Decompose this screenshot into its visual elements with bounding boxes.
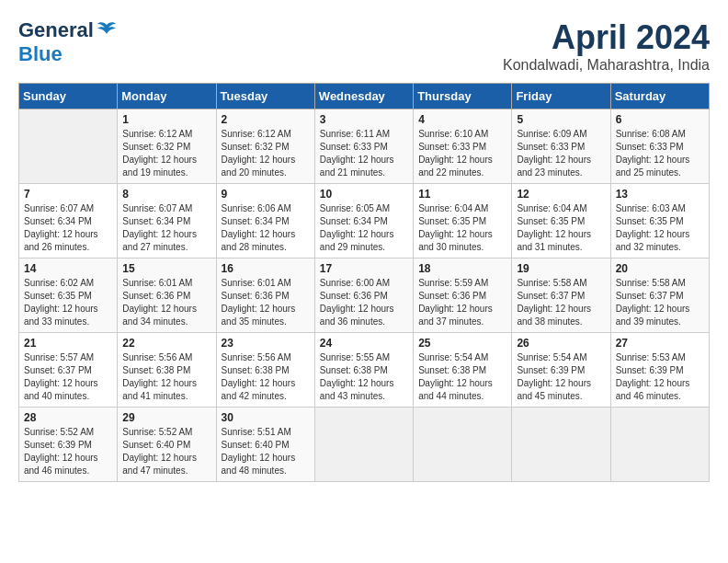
day-number: 17 bbox=[320, 262, 408, 275]
cell-info: Sunrise: 6:12 AMSunset: 6:32 PMDaylight:… bbox=[222, 128, 310, 179]
cell-info: Sunrise: 6:01 AMSunset: 6:36 PMDaylight:… bbox=[122, 277, 210, 328]
day-number: 30 bbox=[222, 411, 310, 424]
cell-info: Sunrise: 6:07 AMSunset: 6:34 PMDaylight:… bbox=[24, 202, 112, 254]
calendar-week-row: 7Sunrise: 6:07 AMSunset: 6:34 PMDaylight… bbox=[19, 184, 710, 259]
day-number: 18 bbox=[418, 262, 506, 275]
calendar-body: 1Sunrise: 6:12 AMSunset: 6:32 PMDaylight… bbox=[19, 109, 710, 482]
calendar-header-row: SundayMondayTuesdayWednesdayThursdayFrid… bbox=[19, 84, 710, 109]
cell-info: Sunrise: 5:58 AMSunset: 6:37 PMDaylight:… bbox=[616, 277, 704, 328]
day-number: 1 bbox=[122, 113, 210, 126]
calendar-cell: 18Sunrise: 5:59 AMSunset: 6:36 PMDayligh… bbox=[414, 259, 512, 333]
calendar-cell: 9Sunrise: 6:06 AMSunset: 6:34 PMDaylight… bbox=[216, 184, 314, 259]
calendar-cell bbox=[19, 109, 118, 184]
calendar-cell bbox=[414, 408, 512, 482]
cell-info: Sunrise: 5:58 AMSunset: 6:37 PMDaylight:… bbox=[517, 277, 605, 328]
calendar-cell: 25Sunrise: 5:54 AMSunset: 6:38 PMDayligh… bbox=[414, 333, 512, 408]
cell-info: Sunrise: 6:11 AMSunset: 6:33 PMDaylight:… bbox=[320, 128, 408, 179]
day-number: 14 bbox=[24, 262, 112, 275]
cell-info: Sunrise: 5:59 AMSunset: 6:36 PMDaylight:… bbox=[418, 277, 506, 328]
calendar-cell: 4Sunrise: 6:10 AMSunset: 6:33 PMDaylight… bbox=[414, 109, 512, 184]
logo-general: General bbox=[18, 18, 94, 42]
calendar-week-row: 14Sunrise: 6:02 AMSunset: 6:35 PMDayligh… bbox=[19, 259, 710, 333]
calendar-cell bbox=[512, 408, 610, 482]
weekday-header: Friday bbox=[512, 84, 610, 109]
calendar-cell: 17Sunrise: 6:00 AMSunset: 6:36 PMDayligh… bbox=[314, 259, 413, 333]
cell-info: Sunrise: 6:02 AMSunset: 6:35 PMDaylight:… bbox=[24, 277, 112, 328]
cell-info: Sunrise: 6:05 AMSunset: 6:34 PMDaylight:… bbox=[320, 202, 408, 254]
cell-info: Sunrise: 6:04 AMSunset: 6:35 PMDaylight:… bbox=[418, 202, 506, 254]
day-number: 28 bbox=[24, 411, 112, 424]
calendar-cell: 7Sunrise: 6:07 AMSunset: 6:34 PMDaylight… bbox=[19, 184, 118, 259]
cell-info: Sunrise: 6:03 AMSunset: 6:35 PMDaylight:… bbox=[616, 202, 704, 254]
day-number: 8 bbox=[122, 188, 210, 201]
calendar-cell: 27Sunrise: 5:53 AMSunset: 6:39 PMDayligh… bbox=[610, 333, 709, 408]
calendar-cell: 21Sunrise: 5:57 AMSunset: 6:37 PMDayligh… bbox=[19, 333, 118, 408]
day-number: 12 bbox=[517, 188, 605, 201]
calendar-cell: 5Sunrise: 6:09 AMSunset: 6:33 PMDaylight… bbox=[512, 109, 610, 184]
day-number: 10 bbox=[320, 188, 408, 201]
calendar-cell: 1Sunrise: 6:12 AMSunset: 6:32 PMDaylight… bbox=[118, 109, 216, 184]
day-number: 3 bbox=[320, 113, 408, 126]
weekday-header: Tuesday bbox=[216, 84, 314, 109]
calendar-cell: 15Sunrise: 6:01 AMSunset: 6:36 PMDayligh… bbox=[118, 259, 216, 333]
cell-info: Sunrise: 5:55 AMSunset: 6:38 PMDaylight:… bbox=[320, 351, 408, 403]
day-number: 7 bbox=[24, 188, 112, 201]
day-number: 4 bbox=[418, 113, 506, 126]
calendar-week-row: 28Sunrise: 5:52 AMSunset: 6:39 PMDayligh… bbox=[19, 408, 710, 482]
calendar-cell: 11Sunrise: 6:04 AMSunset: 6:35 PMDayligh… bbox=[414, 184, 512, 259]
day-number: 29 bbox=[122, 411, 210, 424]
day-number: 19 bbox=[517, 262, 605, 275]
month-title: April 2024 bbox=[503, 18, 710, 57]
day-number: 24 bbox=[320, 337, 408, 350]
calendar-cell bbox=[314, 408, 413, 482]
calendar-week-row: 1Sunrise: 6:12 AMSunset: 6:32 PMDaylight… bbox=[19, 109, 710, 184]
day-number: 27 bbox=[616, 337, 704, 350]
cell-info: Sunrise: 5:57 AMSunset: 6:37 PMDaylight:… bbox=[24, 351, 112, 403]
calendar-cell: 10Sunrise: 6:05 AMSunset: 6:34 PMDayligh… bbox=[314, 184, 413, 259]
cell-info: Sunrise: 5:56 AMSunset: 6:38 PMDaylight:… bbox=[122, 351, 210, 403]
cell-info: Sunrise: 6:12 AMSunset: 6:32 PMDaylight:… bbox=[122, 128, 210, 179]
calendar-cell: 6Sunrise: 6:08 AMSunset: 6:33 PMDaylight… bbox=[610, 109, 709, 184]
cell-info: Sunrise: 6:06 AMSunset: 6:34 PMDaylight:… bbox=[222, 202, 310, 254]
cell-info: Sunrise: 5:54 AMSunset: 6:38 PMDaylight:… bbox=[418, 351, 506, 403]
calendar-cell: 22Sunrise: 5:56 AMSunset: 6:38 PMDayligh… bbox=[118, 333, 216, 408]
day-number: 9 bbox=[222, 188, 310, 201]
day-number: 26 bbox=[517, 337, 605, 350]
cell-info: Sunrise: 6:01 AMSunset: 6:36 PMDaylight:… bbox=[222, 277, 310, 328]
cell-info: Sunrise: 6:07 AMSunset: 6:34 PMDaylight:… bbox=[122, 202, 210, 254]
weekday-header: Monday bbox=[118, 84, 216, 109]
day-number: 16 bbox=[222, 262, 310, 275]
calendar-table: SundayMondayTuesdayWednesdayThursdayFrid… bbox=[18, 83, 710, 482]
calendar-cell: 3Sunrise: 6:11 AMSunset: 6:33 PMDaylight… bbox=[314, 109, 413, 184]
cell-info: Sunrise: 5:56 AMSunset: 6:38 PMDaylight:… bbox=[222, 351, 310, 403]
cell-info: Sunrise: 6:08 AMSunset: 6:33 PMDaylight:… bbox=[616, 128, 704, 179]
day-number: 21 bbox=[24, 337, 112, 350]
calendar-cell: 2Sunrise: 6:12 AMSunset: 6:32 PMDaylight… bbox=[216, 109, 314, 184]
cell-info: Sunrise: 6:00 AMSunset: 6:36 PMDaylight:… bbox=[320, 277, 408, 328]
calendar-cell bbox=[610, 408, 709, 482]
day-number: 11 bbox=[418, 188, 506, 201]
location: Kondalwadi, Maharashtra, India bbox=[503, 57, 710, 74]
cell-info: Sunrise: 6:09 AMSunset: 6:33 PMDaylight:… bbox=[517, 128, 605, 179]
weekday-header: Thursday bbox=[414, 84, 512, 109]
calendar-cell: 8Sunrise: 6:07 AMSunset: 6:34 PMDaylight… bbox=[118, 184, 216, 259]
calendar-cell: 13Sunrise: 6:03 AMSunset: 6:35 PMDayligh… bbox=[610, 184, 709, 259]
day-number: 22 bbox=[122, 337, 210, 350]
calendar-cell: 20Sunrise: 5:58 AMSunset: 6:37 PMDayligh… bbox=[610, 259, 709, 333]
title-block: April 2024 Kondalwadi, Maharashtra, Indi… bbox=[503, 18, 710, 74]
calendar-cell: 28Sunrise: 5:52 AMSunset: 6:39 PMDayligh… bbox=[19, 408, 118, 482]
calendar-cell: 12Sunrise: 6:04 AMSunset: 6:35 PMDayligh… bbox=[512, 184, 610, 259]
logo-bird-icon bbox=[96, 21, 118, 40]
calendar-cell: 16Sunrise: 6:01 AMSunset: 6:36 PMDayligh… bbox=[216, 259, 314, 333]
cell-info: Sunrise: 5:52 AMSunset: 6:40 PMDaylight:… bbox=[122, 426, 210, 477]
day-number: 15 bbox=[122, 262, 210, 275]
cell-info: Sunrise: 6:04 AMSunset: 6:35 PMDaylight:… bbox=[517, 202, 605, 254]
cell-info: Sunrise: 6:10 AMSunset: 6:33 PMDaylight:… bbox=[418, 128, 506, 179]
day-number: 23 bbox=[222, 337, 310, 350]
day-number: 5 bbox=[517, 113, 605, 126]
cell-info: Sunrise: 5:53 AMSunset: 6:39 PMDaylight:… bbox=[616, 351, 704, 403]
calendar-cell: 30Sunrise: 5:51 AMSunset: 6:40 PMDayligh… bbox=[216, 408, 314, 482]
cell-info: Sunrise: 5:52 AMSunset: 6:39 PMDaylight:… bbox=[24, 426, 112, 477]
day-number: 6 bbox=[616, 113, 704, 126]
calendar-week-row: 21Sunrise: 5:57 AMSunset: 6:37 PMDayligh… bbox=[19, 333, 710, 408]
